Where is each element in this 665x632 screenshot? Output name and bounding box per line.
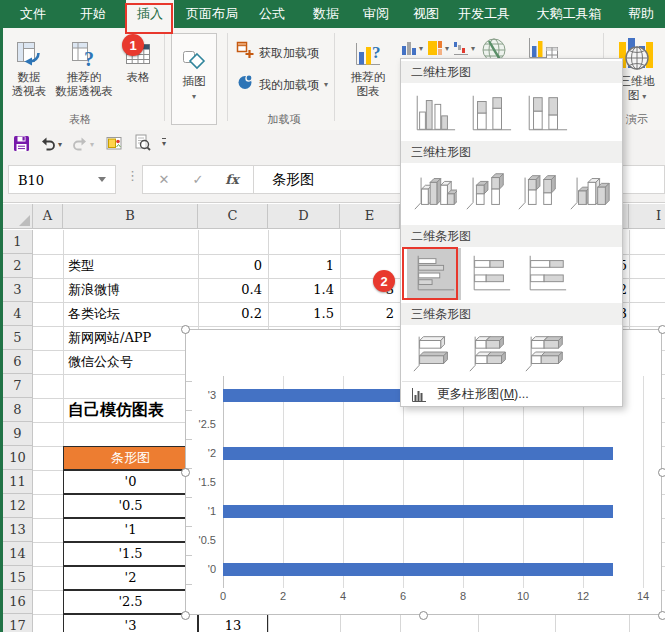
insert-waterfall-chart-button[interactable]: ▾ — [453, 38, 475, 60]
chart-thumb-col3d-100[interactable] — [511, 165, 565, 217]
cell-D2[interactable]: 1 — [268, 254, 340, 278]
chart-thumb-bar-100[interactable] — [519, 248, 573, 300]
ribbon-tab-6[interactable]: 审阅 — [354, 0, 398, 28]
cell-B16[interactable]: '2.5 — [63, 590, 198, 614]
redo-dropdown-icon[interactable]: ▾ — [90, 140, 94, 150]
row-header-14[interactable]: 14 — [3, 542, 33, 566]
col-header-A[interactable]: A — [33, 204, 63, 229]
cell-B4[interactable]: 各类论坛 — [63, 302, 198, 326]
undo-dropdown-icon[interactable]: ▾ — [58, 140, 62, 150]
chart-thumb-bar-stacked[interactable] — [463, 248, 517, 300]
cell-B2[interactable]: 类型 — [63, 254, 198, 278]
chart-selection-handle[interactable] — [419, 611, 428, 620]
ribbon-tab-0[interactable]: 文件 — [10, 0, 56, 28]
row-header-15[interactable]: 15 — [3, 566, 33, 590]
cell-B11[interactable]: '0 — [63, 470, 198, 494]
chart-thumb-col3d[interactable] — [563, 165, 617, 217]
chart-thumb-col3d-stacked[interactable] — [459, 165, 513, 217]
row-header-9[interactable]: 9 — [3, 422, 33, 446]
illustrations-icon — [172, 38, 216, 74]
cell-C3[interactable]: 0.4 — [198, 278, 268, 302]
ribbon-tab-7[interactable]: 视图 — [404, 0, 448, 28]
annotation-step-1: 1 — [122, 34, 144, 56]
ribbon-tab-9[interactable]: 大鹅工具箱 — [524, 0, 614, 28]
more-column-charts-item[interactable]: 更多柱形图(M)... — [401, 383, 622, 406]
select-all-corner[interactable] — [3, 204, 33, 229]
chart-thumb-bar3d-clustered[interactable] — [407, 326, 461, 378]
row-header-17[interactable]: 17 — [3, 614, 33, 632]
row-header-8[interactable]: 8 — [3, 398, 33, 422]
recommended-charts-button[interactable]: ? 推荐的 图表 — [340, 34, 396, 126]
row-header-3[interactable]: 3 — [3, 278, 33, 302]
col-header-I[interactable]: I — [629, 204, 665, 229]
enter-icon[interactable]: ✓ — [183, 166, 213, 193]
row-header-16[interactable]: 16 — [3, 590, 33, 614]
ribbon-tab-4[interactable]: 公式 — [250, 0, 294, 28]
cell-B10[interactable]: 条形图 — [63, 446, 198, 470]
cell-D4[interactable]: 1.5 — [268, 302, 340, 326]
row-header-13[interactable]: 13 — [3, 518, 33, 542]
chart-thumb-col-stacked[interactable] — [463, 87, 517, 139]
undo-icon[interactable] — [40, 135, 56, 154]
col-header-D[interactable]: D — [268, 204, 340, 229]
cell-B14[interactable]: '1.5 — [63, 542, 198, 566]
col-header-C[interactable]: C — [198, 204, 268, 229]
name-box-dropdown-icon[interactable] — [98, 177, 106, 182]
ribbon-tab-3[interactable]: 页面布局 — [180, 0, 244, 28]
cell-B13[interactable]: '1 — [63, 518, 198, 542]
row-header-7[interactable]: 7 — [3, 374, 33, 398]
chart-thumb-bar3d-stacked[interactable] — [463, 326, 517, 378]
chart-axis-tick — [186, 555, 192, 556]
cell-B5[interactable]: 新网网站/APP — [63, 326, 198, 350]
chart-thumb-col-100[interactable] — [519, 87, 573, 139]
row-header-11[interactable]: 11 — [3, 470, 33, 494]
cancel-icon[interactable]: ✕ — [149, 166, 179, 193]
cell-B15[interactable]: '2 — [63, 566, 198, 590]
get-addins-button[interactable]: 获取加载项 — [236, 42, 319, 64]
redo-icon[interactable] — [72, 135, 88, 154]
cell-E4[interactable]: 2 — [340, 302, 400, 326]
chart-selection-handle[interactable] — [658, 468, 665, 477]
row-header-5[interactable]: 5 — [3, 326, 33, 350]
row-header-12[interactable]: 12 — [3, 494, 33, 518]
ribbon-tab-10[interactable]: 帮助 — [620, 0, 662, 28]
col-header-B[interactable]: B — [63, 204, 198, 229]
row-header-2[interactable]: 2 — [3, 254, 33, 278]
my-addins-button[interactable]: 我的加载项 ▾ — [236, 74, 328, 96]
insert-hierarchy-chart-button[interactable]: ▾ — [427, 38, 449, 60]
illustrations-button[interactable]: 插图 ▾ — [171, 33, 217, 125]
row-header-10[interactable]: 10 — [3, 446, 33, 470]
ribbon-tab-8[interactable]: 开发工具 — [450, 0, 518, 28]
cell-B3[interactable]: 新浪微博 — [63, 278, 198, 302]
get-addins-icon — [236, 41, 254, 66]
insert-function-icon[interactable]: fx — [217, 166, 247, 193]
chart-selection-handle[interactable] — [181, 325, 190, 334]
insert-column-chart-button[interactable]: ▾ — [401, 38, 423, 60]
col-header-E[interactable]: E — [340, 204, 400, 229]
row-header-4[interactable]: 4 — [3, 302, 33, 326]
row-header-6[interactable]: 6 — [3, 350, 33, 374]
customize-qat-icon[interactable]: ▾ — [162, 138, 166, 148]
cell-C17[interactable]: 13 — [198, 614, 268, 632]
cell-B6[interactable]: 微信公众号 — [63, 350, 198, 374]
chart-selection-handle[interactable] — [658, 611, 665, 620]
chart-selection-handle[interactable] — [181, 611, 190, 620]
row-header-1[interactable]: 1 — [3, 230, 33, 254]
chart-selection-handle[interactable] — [181, 468, 190, 477]
mail-document-icon[interactable] — [106, 136, 123, 154]
print-preview-icon[interactable] — [134, 134, 151, 155]
ribbon-tab-1[interactable]: 开始 — [72, 0, 114, 28]
cell-C2[interactable]: 0 — [198, 254, 268, 278]
ribbon-tab-5[interactable]: 数据 — [304, 0, 348, 28]
cell-B8[interactable]: 自己模仿图表 — [63, 398, 198, 422]
cell-B17[interactable]: '3 — [63, 614, 198, 632]
chart-selection-handle[interactable] — [658, 325, 665, 334]
cell-C4[interactable]: 0.2 — [198, 302, 268, 326]
save-icon[interactable] — [13, 135, 30, 155]
cell-D3[interactable]: 1.4 — [268, 278, 340, 302]
chart-thumb-bar3d-100[interactable] — [519, 326, 573, 378]
chart-thumb-col-clustered[interactable] — [407, 87, 461, 139]
chart-thumb-col3d-clustered[interactable] — [407, 165, 461, 217]
cell-B12[interactable]: '0.5 — [63, 494, 198, 518]
formula-buttons: ✕ ✓ fx — [142, 165, 254, 194]
